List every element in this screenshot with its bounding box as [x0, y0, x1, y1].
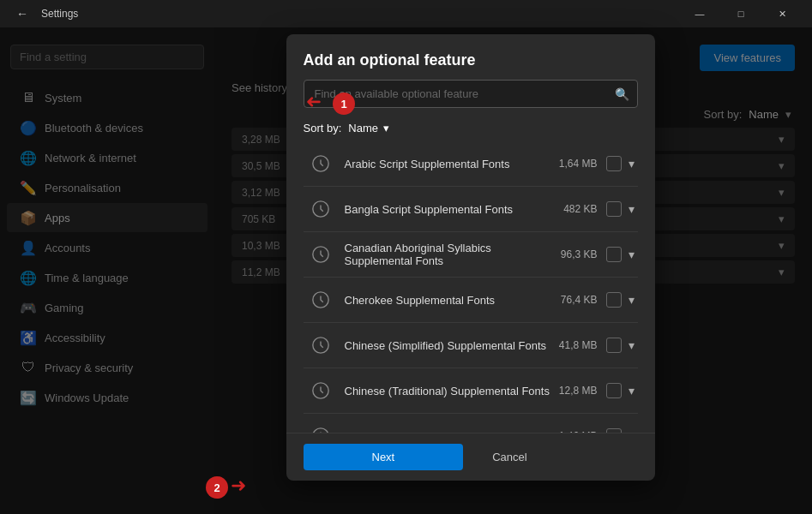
modal-list-item[interactable]: Chinese (Traditional) Supplemental Fonts…: [304, 368, 638, 414]
feature-icon: [307, 422, 334, 433]
feature-name: Arabic Script Supplemental Fonts: [345, 158, 559, 170]
modal-list-item[interactable]: Devanagari Supplemental Fonts 1,46 MB ▾: [304, 414, 638, 433]
modal-list-item[interactable]: Canadian Aboriginal Syllabics Supplement…: [304, 232, 638, 278]
feature-size: 41,8 MB: [559, 339, 598, 351]
feature-size: 1,64 MB: [559, 158, 598, 170]
back-button[interactable]: ←: [10, 2, 34, 26]
feature-checkbox[interactable]: [606, 338, 622, 353]
feature-icon: [307, 241, 334, 268]
expand-icon[interactable]: ▾: [629, 157, 635, 170]
feature-checkbox[interactable]: [606, 247, 622, 262]
feature-size: 96,3 KB: [561, 248, 598, 260]
feature-name: Canadian Aboriginal Syllabics Supplement…: [345, 242, 561, 267]
step-1-arrow: ➜: [306, 93, 322, 111]
modal-overlay: Add an optional feature 🔍 Sort by: Name …: [0, 27, 812, 514]
modal-sort-chevron-icon[interactable]: ▾: [383, 122, 389, 134]
modal-list-item[interactable]: Cherokee Supplemental Fonts 76,4 KB ▾: [304, 278, 638, 323]
modal-list-item[interactable]: Bangla Script Supplemental Fonts 482 KB …: [304, 187, 638, 232]
feature-name: Bangla Script Supplemental Fonts: [345, 203, 564, 216]
expand-icon[interactable]: ▾: [629, 384, 635, 397]
modal-list-item[interactable]: Chinese (Simplified) Supplemental Fonts …: [304, 323, 638, 368]
feature-checkbox[interactable]: [606, 156, 622, 171]
modal-footer: Next Cancel: [286, 433, 655, 481]
search-icon: 🔍: [615, 87, 629, 101]
step-1-badge: 1: [333, 93, 355, 115]
feature-size: 12,8 MB: [559, 385, 598, 397]
feature-icon: [307, 286, 334, 314]
feature-icon: [307, 332, 334, 359]
feature-checkbox[interactable]: [606, 383, 622, 398]
feature-icon: [307, 195, 334, 223]
title-bar: ← Settings — □ ✕: [0, 0, 812, 27]
feature-icon: [307, 377, 334, 404]
app-title: Settings: [41, 8, 78, 20]
feature-name: Cherokee Supplemental Fonts: [345, 294, 561, 307]
step-2-arrow: ➜: [231, 476, 246, 495]
expand-icon[interactable]: ▾: [629, 202, 635, 216]
svg-point-6: [312, 428, 328, 433]
step-2-badge: 2: [206, 476, 228, 499]
cancel-button[interactable]: Cancel: [472, 444, 547, 470]
feature-size: 482 KB: [563, 203, 597, 215]
next-button[interactable]: Next: [304, 444, 464, 470]
modal-sort-value: Name: [348, 122, 378, 134]
modal-list-item[interactable]: Arabic Script Supplemental Fonts 1,64 MB…: [304, 141, 638, 187]
feature-size: 1,46 MB: [559, 430, 598, 433]
window-controls: — □ ✕: [680, 0, 802, 27]
feature-icon: [307, 150, 334, 177]
maximize-button[interactable]: □: [721, 0, 761, 27]
feature-name: Devanagari Supplemental Fonts: [345, 430, 559, 433]
feature-checkbox[interactable]: [606, 428, 622, 433]
feature-size: 76,4 KB: [561, 294, 598, 306]
modal-sort-row: Sort by: Name ▾: [286, 118, 655, 141]
modal-items-list: Arabic Script Supplemental Fonts 1,64 MB…: [286, 141, 655, 433]
expand-icon[interactable]: ▾: [629, 338, 635, 352]
expand-icon[interactable]: ▾: [629, 248, 635, 261]
feature-name: Chinese (Traditional) Supplemental Fonts: [345, 385, 559, 397]
modal-title: Add an optional feature: [286, 34, 655, 80]
expand-icon[interactable]: ▾: [629, 429, 635, 433]
minimize-button[interactable]: —: [680, 0, 719, 27]
feature-checkbox[interactable]: [606, 292, 622, 308]
close-button[interactable]: ✕: [762, 0, 802, 27]
modal-sort-label: Sort by:: [304, 122, 342, 134]
expand-icon[interactable]: ▾: [629, 293, 635, 307]
feature-checkbox[interactable]: [606, 201, 622, 217]
feature-name: Chinese (Simplified) Supplemental Fonts: [345, 339, 559, 352]
